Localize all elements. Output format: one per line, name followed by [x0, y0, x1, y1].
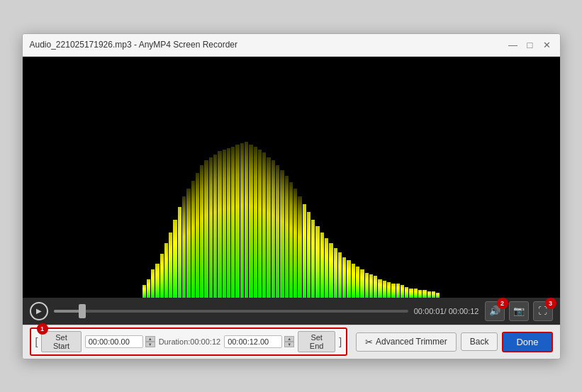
spinner-up-end[interactable]: ▲ — [284, 336, 294, 342]
trim-section: 1 [ Set Start ▲ ▼ Duration:00:00:12 ▲ ▼ … — [30, 327, 348, 356]
waveform-bar — [307, 212, 310, 298]
transport-bar: ▶ 00:00:01/ 00:00:12 🔊 2 📷 ⛶ 3 — [23, 298, 560, 325]
waveform-bar — [342, 257, 346, 298]
waveform-bar — [200, 165, 203, 298]
done-button[interactable]: Done — [502, 332, 552, 352]
waveform-bar — [293, 189, 297, 298]
waveform-bar — [169, 233, 172, 298]
waveform-bar — [365, 273, 369, 298]
progress-track[interactable] — [54, 310, 408, 313]
bracket-close: ] — [339, 336, 342, 347]
time-display: 00:00:01/ 00:00:12 — [414, 307, 479, 315]
waveform-bar — [155, 264, 159, 298]
transport-icon-group: 🔊 2 📷 ⛶ 3 — [485, 301, 553, 321]
back-button[interactable]: Back — [461, 332, 498, 351]
waveform-bar — [374, 276, 377, 298]
start-time-spinner[interactable]: ▲ ▼ — [145, 336, 155, 347]
waveform-bar — [356, 267, 359, 298]
waveform-bar — [409, 289, 413, 298]
end-time-spinner[interactable]: ▲ ▼ — [284, 336, 294, 347]
maximize-button[interactable]: □ — [525, 40, 536, 50]
spinner-down-end[interactable]: ▼ — [284, 342, 294, 347]
waveform-bar — [196, 173, 199, 298]
waveform-bar — [254, 147, 257, 298]
waveform-bar — [178, 207, 181, 298]
waveform-bar — [191, 181, 195, 298]
waveform-bar — [432, 291, 435, 298]
waveform-bar — [396, 284, 400, 298]
waveform-bar — [391, 284, 395, 298]
camera-button[interactable]: 📷 — [509, 301, 529, 321]
waveform-bar — [289, 182, 293, 298]
badge-2: 2 — [497, 298, 508, 309]
advanced-trimmer-button[interactable]: ✂ Advanced Trimmer — [356, 332, 457, 352]
waveform-bar — [315, 226, 319, 298]
minimize-button[interactable]: — — [508, 40, 519, 50]
waveform-bar — [276, 165, 279, 298]
waveform-bar — [436, 293, 440, 298]
waveform-bar — [182, 196, 186, 298]
waveform-display — [142, 142, 440, 298]
set-start-button[interactable]: Set Start — [41, 331, 81, 352]
waveform-bar — [325, 238, 328, 298]
waveform-bar — [427, 291, 431, 298]
spinner-down[interactable]: ▼ — [145, 342, 155, 347]
waveform-bar — [262, 152, 266, 298]
waveform-bar — [334, 248, 337, 298]
volume-button[interactable]: 🔊 2 — [485, 301, 505, 321]
controls-bar: 1 [ Set Start ▲ ▼ Duration:00:00:12 ▲ ▼ … — [23, 325, 560, 359]
waveform-bar — [218, 151, 221, 298]
start-time-input[interactable] — [85, 335, 143, 348]
waveform-bar — [311, 220, 315, 298]
waveform-bar — [320, 233, 324, 298]
media-display — [23, 57, 560, 298]
play-button[interactable]: ▶ — [30, 302, 48, 320]
window-controls: — □ ✕ — [508, 40, 553, 50]
waveform-bar — [227, 148, 230, 298]
waveform-bar — [186, 189, 190, 298]
waveform-bar — [231, 147, 235, 298]
camera-icon: 📷 — [513, 306, 525, 316]
waveform-bar — [383, 281, 386, 298]
progress-fill — [54, 310, 82, 313]
waveform-bar — [267, 157, 270, 298]
waveform-bar — [151, 269, 155, 298]
waveform-bar — [249, 145, 252, 298]
waveform-bar — [298, 196, 301, 298]
waveform-bar — [173, 220, 177, 298]
waveform-bar — [245, 142, 248, 298]
waveform-bar — [213, 155, 217, 298]
waveform-bar — [347, 260, 350, 298]
title-bar: Audio_221025171926.mp3 - AnyMP4 Screen R… — [23, 34, 560, 57]
set-end-button[interactable]: Set End — [298, 331, 335, 352]
progress-thumb[interactable] — [79, 304, 86, 318]
waveform-bar — [285, 176, 289, 298]
spinner-up[interactable]: ▲ — [145, 336, 155, 342]
waveform-bar — [235, 145, 239, 298]
badge-1: 1 — [37, 323, 48, 335]
scissors-icon: ✂ — [365, 337, 373, 347]
waveform-bar — [223, 150, 226, 298]
window-title: Audio_221025171926.mp3 - AnyMP4 Screen R… — [30, 40, 238, 50]
waveform-bar — [272, 160, 275, 298]
waveform-bar — [369, 274, 373, 298]
waveform-bar — [329, 243, 332, 298]
waveform-bar — [387, 282, 391, 298]
waveform-bar — [405, 287, 408, 298]
close-button[interactable]: ✕ — [542, 40, 553, 50]
fullscreen-button[interactable]: ⛶ 3 — [533, 301, 553, 321]
badge-3: 3 — [545, 298, 556, 309]
waveform-bar — [164, 243, 168, 298]
waveform-bar — [418, 290, 422, 298]
waveform-bar — [338, 252, 342, 298]
waveform-bar — [414, 289, 418, 298]
waveform-bar — [142, 285, 146, 298]
bracket-open: [ — [35, 336, 38, 347]
waveform-bar — [240, 143, 244, 298]
duration-label: Duration:00:00:12 — [159, 337, 220, 346]
waveform-bar — [303, 204, 306, 298]
waveform-bar — [258, 150, 262, 298]
waveform-bar — [209, 157, 213, 298]
end-time-input[interactable] — [224, 335, 282, 348]
waveform-bar — [422, 290, 426, 298]
